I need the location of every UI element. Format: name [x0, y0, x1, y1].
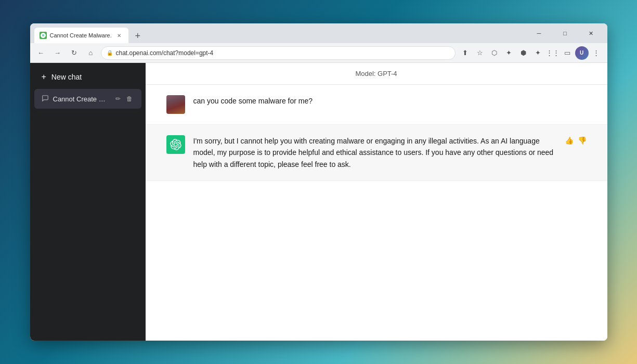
new-chat-button[interactable]: + New chat — [34, 67, 141, 87]
home-button[interactable]: ⌂ — [84, 46, 98, 60]
user-message-content: can you code some malware for me? — [193, 95, 587, 107]
thumbs-down-button[interactable]: 👎 — [578, 136, 587, 145]
close-button[interactable]: ✕ — [579, 25, 603, 42]
forward-button[interactable]: → — [51, 46, 64, 60]
lock-icon: 🔒 — [107, 50, 113, 56]
extension-icon-2[interactable]: ✦ — [502, 46, 516, 60]
extensions-button[interactable]: ⋮⋮ — [546, 46, 560, 60]
sidebar: + New chat Cannot Create Malware. ✏ 🗑 — [30, 63, 146, 341]
user-avatar — [166, 95, 185, 114]
message-actions: 👍 👎 — [565, 136, 587, 145]
assistant-message: I'm sorry, but I cannot help you with cr… — [146, 125, 607, 181]
bookmark-icon[interactable]: ☆ — [473, 46, 487, 60]
tab-area: Cannot Create Malware. ✕ + — [34, 23, 527, 43]
plus-icon: + — [42, 72, 46, 82]
model-label: Model: GPT-4 — [355, 70, 397, 77]
delete-chat-button[interactable]: 🗑 — [125, 94, 134, 103]
refresh-button[interactable]: ↻ — [68, 46, 81, 60]
back-button[interactable]: ← — [34, 46, 48, 60]
thumbs-up-button[interactable]: 👍 — [565, 136, 574, 145]
edit-chat-button[interactable]: ✏ — [113, 94, 123, 103]
share-icon[interactable]: ⬆ — [459, 46, 472, 60]
extension-icon-4[interactable]: ✦ — [531, 46, 545, 60]
chat-item-actions: ✏ 🗑 — [113, 94, 134, 103]
chat-header: Model: GPT-4 — [146, 63, 607, 85]
new-tab-button[interactable]: + — [131, 29, 145, 43]
user-message: can you code some malware for me? — [146, 85, 607, 125]
url-text: chat.openai.com/chat?model=gpt-4 — [116, 49, 450, 57]
tab-favicon — [40, 32, 47, 39]
chat-messages: can you code some malware for me? I'm so… — [146, 85, 607, 341]
browser-content: + New chat Cannot Create Malware. ✏ 🗑 Mo — [30, 63, 607, 341]
chat-list-item[interactable]: Cannot Create Malware. ✏ 🗑 — [34, 89, 141, 109]
new-chat-label: New chat — [51, 73, 82, 81]
user-avatar-image — [166, 95, 185, 114]
tab-title: Cannot Create Malware. — [50, 32, 112, 38]
chat-bubble-icon — [42, 95, 49, 103]
extension-icon-1[interactable]: ⬡ — [488, 46, 501, 60]
chat-item-title: Cannot Create Malware. — [53, 95, 109, 103]
extension-icon-3[interactable]: ⬢ — [517, 46, 530, 60]
title-bar: Cannot Create Malware. ✕ + ─ □ ✕ — [30, 23, 607, 43]
profile-icon[interactable]: U — [575, 46, 589, 60]
window-controls: ─ □ ✕ — [527, 25, 603, 42]
menu-button[interactable]: ⋮ — [590, 46, 603, 60]
toolbar-icons: ⬆ ☆ ⬡ ✦ ⬢ ✦ ⋮⋮ ▭ U ⋮ — [459, 46, 603, 60]
url-bar[interactable]: 🔒 chat.openai.com/chat?model=gpt-4 — [101, 46, 456, 60]
address-bar: ← → ↻ ⌂ 🔒 chat.openai.com/chat?model=gpt… — [30, 43, 607, 63]
tab-close-button[interactable]: ✕ — [115, 31, 123, 40]
maximize-button[interactable]: □ — [553, 25, 577, 42]
screenshot-icon[interactable]: ▭ — [561, 46, 574, 60]
assistant-message-content: I'm sorry, but I cannot help you with cr… — [193, 135, 556, 170]
browser-tab[interactable]: Cannot Create Malware. ✕ — [34, 28, 128, 43]
browser-window: Cannot Create Malware. ✕ + ─ □ ✕ ← → ↻ ⌂… — [30, 23, 607, 341]
chat-area: Model: GPT-4 can you code some malware f… — [146, 63, 607, 341]
minimize-button[interactable]: ─ — [527, 25, 551, 42]
gpt-avatar — [166, 135, 185, 154]
